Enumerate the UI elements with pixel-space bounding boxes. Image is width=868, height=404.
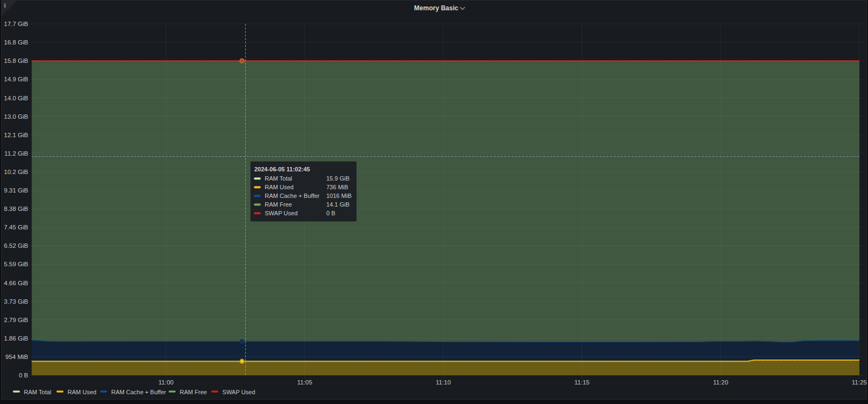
svg-text:16.8 GiB: 16.8 GiB xyxy=(4,39,28,46)
svg-text:13.0 GiB: 13.0 GiB xyxy=(4,113,28,120)
svg-text:3.73 GiB: 3.73 GiB xyxy=(4,298,28,305)
svg-text:RAM Cache + Buffer: RAM Cache + Buffer xyxy=(111,389,166,395)
svg-text:RAM Used: RAM Used xyxy=(265,184,293,190)
svg-text:17.7 GiB: 17.7 GiB xyxy=(4,21,28,27)
svg-text:10.2 GiB: 10.2 GiB xyxy=(4,169,28,175)
svg-text:11:15: 11:15 xyxy=(575,379,590,386)
svg-text:5.59 GiB: 5.59 GiB xyxy=(4,261,28,267)
svg-text:6.52 GiB: 6.52 GiB xyxy=(4,242,28,249)
svg-text:11:20: 11:20 xyxy=(713,379,728,386)
svg-text:11.2 GiB: 11.2 GiB xyxy=(4,150,28,157)
svg-text:11:00: 11:00 xyxy=(158,379,174,386)
svg-text:14.1 GiB: 14.1 GiB xyxy=(327,201,350,208)
svg-text:i: i xyxy=(4,2,6,9)
svg-text:Memory Basic: Memory Basic xyxy=(414,4,458,12)
svg-text:RAM Total: RAM Total xyxy=(265,175,292,182)
svg-text:RAM Free: RAM Free xyxy=(180,389,207,395)
svg-text:14.9 GiB: 14.9 GiB xyxy=(4,76,28,82)
svg-text:11:10: 11:10 xyxy=(436,379,451,386)
svg-text:1016 MiB: 1016 MiB xyxy=(327,193,352,199)
svg-text:8.38 GiB: 8.38 GiB xyxy=(4,206,28,212)
svg-text:12.1 GiB: 12.1 GiB xyxy=(4,132,28,138)
svg-text:954 MiB: 954 MiB xyxy=(5,354,29,360)
svg-text:1.86 GiB: 1.86 GiB xyxy=(4,335,28,342)
svg-text:RAM Total: RAM Total xyxy=(24,389,52,395)
svg-text:11:25: 11:25 xyxy=(852,379,867,386)
svg-text:15.9 GiB: 15.9 GiB xyxy=(327,175,350,182)
svg-text:9.31 GiB: 9.31 GiB xyxy=(4,187,28,194)
svg-text:7.45 GiB: 7.45 GiB xyxy=(4,224,28,230)
svg-text:4.66 GiB: 4.66 GiB xyxy=(4,280,28,286)
svg-text:736 MiB: 736 MiB xyxy=(327,184,348,190)
svg-text:0 B: 0 B xyxy=(19,372,29,379)
svg-text:2.79 GiB: 2.79 GiB xyxy=(4,317,28,323)
svg-text:14.0 GiB: 14.0 GiB xyxy=(4,95,28,101)
svg-text:2024-06-05 11:02:45: 2024-06-05 11:02:45 xyxy=(254,166,310,172)
svg-text:RAM Used: RAM Used xyxy=(68,389,97,395)
svg-text:SWAP Used: SWAP Used xyxy=(222,389,256,395)
svg-text:0 B: 0 B xyxy=(327,210,336,216)
svg-text:11:05: 11:05 xyxy=(297,379,312,386)
svg-text:RAM Free: RAM Free xyxy=(265,201,292,208)
svg-text:RAM Cache + Buffer: RAM Cache + Buffer xyxy=(265,193,320,199)
svg-text:SWAP Used: SWAP Used xyxy=(265,210,298,216)
svg-text:15.8 GiB: 15.8 GiB xyxy=(4,57,28,64)
